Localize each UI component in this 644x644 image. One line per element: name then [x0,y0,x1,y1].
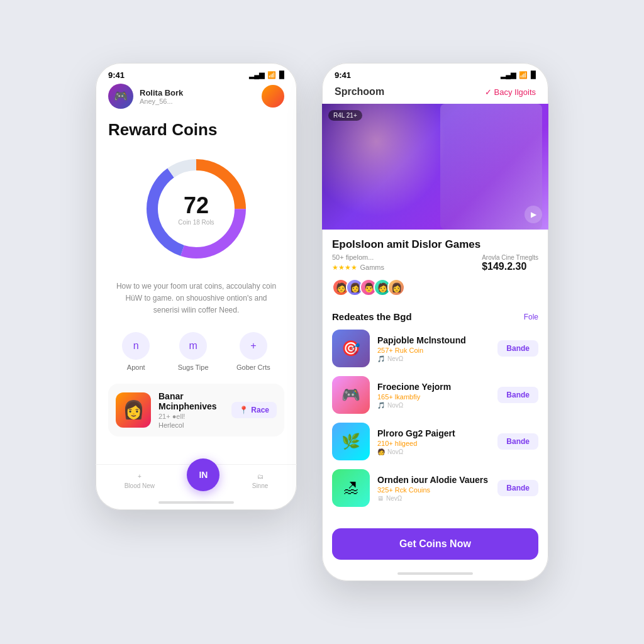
game-name-1: Froecione Yejorm [377,382,490,392]
bundle-btn-1[interactable]: Bande [497,387,538,403]
secondary-avatar[interactable] [262,85,284,108]
blood-new-icon: + [138,473,142,480]
left-phone: 9:41 ▂▄▆ 📶 ▉ 🎮 Rolita Bork Aney_56... [96,63,297,510]
battery-icon: ▉ [279,71,284,79]
event-meta: 50+ fipelom... ★★★★ Gamms Arovla Cine Tm… [332,253,538,272]
redeem-header: Redeates the Bgd Fole [332,311,538,322]
participants-row: 🧑 👩 👨 🧑 👩 [332,279,538,296]
game-meta-2: 210+ hligeed [377,440,490,447]
game-item-3: 🏖 Ornden iour Alodie Vauers 325+ Rck Cou… [332,469,538,507]
game-thumb-1: 🎮 [332,376,370,414]
user-avatar: 🎮 [108,84,133,109]
event-left: 50+ fipelom... ★★★★ Gamms [332,253,384,272]
left-status-bar: 9:41 ▂▄▆ 📶 ▉ [96,63,297,84]
user-subtitle: Aney_56... [140,97,183,105]
event-right-label: Arovla Cine Tmeglts [482,254,538,261]
game-meta-0: 257+ Ruk Coin [377,347,490,354]
game-item-2: 🌿 Plroro Gg2 Paigert 210+ hligeed 🧑 NovΩ… [332,423,538,460]
nav-blood-new[interactable]: + Blood New [125,473,155,489]
sugs-label: Sugs Tipe [178,364,209,371]
wifi-icon: 📶 [267,71,276,79]
action-sugs[interactable]: m Sugs Tipe [178,332,209,371]
right-status-icons: ▂▄▆ 📶 ▉ [501,71,536,79]
user-name: Rolita Bork [140,88,183,97]
action-row: n Apont m Sugs Tipe + Gober Crts [108,332,284,371]
bottom-nav: + Blood New IN 🗂 Sinne [96,464,297,501]
game-item-0: 🎯 Papjoble Mclnstound 257+ Ruk Coin 🎵 Ne… [332,330,538,367]
sugs-icon: m [179,332,207,360]
bundle-btn-3[interactable]: Bande [497,480,538,496]
nav-center-button[interactable]: IN [187,458,219,491]
donut-value: 72 [178,192,214,219]
user-header: 🎮 Rolita Bork Aney_56... [108,84,284,109]
game-info-3: Ornden iour Alodie Vauers 325+ Rck Couin… [377,475,490,502]
game-platform-1: 🎵 NovΩ [377,402,490,409]
donut-subtitle: Coin 18 Rols [178,219,214,226]
participant-5: 👩 [387,279,405,296]
event-title: Epolsloon amit Dislor Games [332,238,538,251]
user-info: 🎮 Rolita Bork Aney_56... [108,84,183,109]
right-header: Sprchoom ✓ Bacy Ilgoits [322,84,548,104]
event-price: $149.2.30 [482,261,538,272]
page-title: Reward Coins [108,120,284,140]
game-thumb-2: 🌿 [332,423,370,460]
game-platform-0: 🎵 NevΩ [377,355,490,362]
game-thumb-0: 🎯 [332,330,370,367]
nav-sinne[interactable]: 🗂 Sinne [252,473,269,489]
platform-icon-2: 🧑 [377,448,385,455]
gober-icon: + [240,332,267,360]
event-rating-label: Gamms [360,264,384,271]
event-subtitle: 50+ fipelom... [332,253,384,261]
event-stars: ★★★★ [332,264,357,271]
app-name: Sprchoom [335,86,384,97]
action-gober[interactable]: + Gober Crts [236,332,270,371]
action-apont[interactable]: n Apont [122,332,150,371]
game-info-1: Froecione Yejorm 165+ lkambfiy 🎵 NovΩ [377,382,490,409]
reward-description: How to we your foom urat coins, accoulah… [108,280,284,317]
right-time: 9:41 [335,70,351,80]
game-meta-3: 325+ Rck Couins [377,486,490,494]
phones-container: 9:41 ▂▄▆ 📶 ▉ 🎮 Rolita Bork Aney_56... [96,63,548,581]
platform-icon-0: 🎵 [377,355,385,362]
game-info-2: Plroro Gg2 Paigert 210+ hligeed 🧑 NovΩ [377,428,490,455]
user-card-name: Banar Mcinphenives [158,391,224,411]
donut-chart: 72 Coin 18 Rols [140,152,253,265]
right-phone: 9:41 ▂▄▆ 📶 ▉ Sprchoom ✓ Bacy Ilgoits [322,63,548,581]
hero-badge: R4L 21+ [328,110,362,121]
checkmark-icon: ✓ [485,87,492,97]
apont-label: Apont [127,364,145,371]
event-section: Epolsloon amit Dislor Games 50+ fipelom.… [322,230,548,305]
bundle-btn-2[interactable]: Bande [497,433,538,450]
right-battery-icon: ▉ [531,71,536,79]
race-icon: 📍 [239,406,248,414]
get-coins-button[interactable]: Get Coins Now [332,528,538,560]
right-home-indicator [397,572,473,575]
donut-center: 72 Coin 18 Rols [178,192,214,226]
apont-icon: n [122,332,150,360]
game-info-0: Papjoble Mclnstound 257+ Ruk Coin 🎵 NevΩ [377,335,490,362]
game-name-3: Ornden iour Alodie Vauers [377,475,490,485]
left-time: 9:41 [108,70,125,80]
platform-icon-1: 🎵 [377,402,385,409]
user-card-meta: 21+ ●ell! [158,413,224,420]
user-card-avatar: 👩 [116,392,151,428]
game-item-1: 🎮 Froecione Yejorm 165+ lkambfiy 🎵 NovΩ … [332,376,538,414]
right-status-bar: 9:41 ▂▄▆ 📶 ▉ [322,63,548,84]
right-signal-icon: ▂▄▆ [501,71,516,79]
filter-link[interactable]: Fole [524,313,538,321]
back-link[interactable]: ✓ Bacy Ilgoits [485,87,536,97]
user-card: 👩 Banar Mcinphenives 21+ ●ell! Herlecol … [108,384,284,436]
hero-person: R4L 21+ ▶ [322,104,548,230]
bundle-btn-0[interactable]: Bande [497,340,538,357]
signal-icon: ▂▄▆ [249,71,264,79]
hero-image: R4L 21+ ▶ [322,104,548,230]
donut-chart-container: 72 Coin 18 Rols [108,152,284,265]
game-thumb-3: 🏖 [332,469,370,507]
user-card-info: Banar Mcinphenives 21+ ●ell! Herlecol [158,391,224,429]
race-button[interactable]: 📍 Race [231,402,277,418]
platform-icon-3: 🖥 [377,495,384,502]
gober-label: Gober Crts [236,364,270,371]
event-right: Arovla Cine Tmeglts $149.2.30 [482,254,538,272]
hero-nav-button[interactable]: ▶ [525,206,542,223]
game-name-2: Plroro Gg2 Paigert [377,428,490,438]
